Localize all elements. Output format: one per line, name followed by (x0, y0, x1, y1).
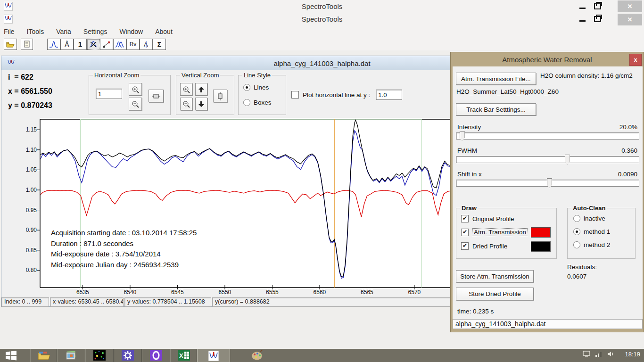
vertical-zoom-label: Vertical Zoom (180, 72, 220, 79)
x-tick-label: 6550 (215, 289, 235, 296)
hzoom-out-button[interactable] (129, 98, 142, 110)
pan-up-button[interactable] (195, 83, 207, 96)
horizontal-zoom-input[interactable] (96, 89, 122, 99)
open-file-button[interactable] (4, 39, 17, 50)
taskbar-clock[interactable]: 18:19 (625, 351, 640, 358)
fwhm-slider[interactable] (456, 156, 639, 163)
menu-varia[interactable]: Varia (56, 28, 71, 35)
menu-about[interactable]: About (155, 28, 173, 35)
dialog-title: Atmospheric Water Removal (502, 56, 592, 64)
line-style-boxes-radio[interactable]: Boxes (243, 99, 272, 106)
autoclean-inactive-radio[interactable]: inactive (573, 215, 605, 222)
start-button[interactable] (0, 349, 22, 362)
zoom-in-icon (132, 86, 139, 93)
equivalent-width-button[interactable]: A (140, 39, 153, 50)
hzoom-fit-button[interactable] (149, 90, 164, 102)
rv-icon: Rv (130, 41, 137, 48)
restore-button-2[interactable] (591, 13, 603, 25)
remove-telluric-button[interactable] (87, 39, 100, 50)
annotation-line-3: Mid-exposure date : 3.754/10/2014 (51, 249, 197, 260)
toolbar: Å 1 Rv A Σ (0, 38, 644, 51)
taskbar-settings-app-button[interactable] (114, 349, 142, 362)
taskbar-paint-button[interactable] (243, 349, 271, 362)
vzoom-out-button[interactable] (180, 98, 192, 110)
menu-bar: File ITools Varia Settings Window About (0, 25, 644, 38)
one-icon: 1 (78, 40, 82, 48)
fit-peak-button[interactable] (47, 39, 60, 50)
atm-color-swatch[interactable] (531, 227, 551, 238)
autoclean-inactive-label: inactive (584, 215, 605, 222)
restore-icon (594, 16, 601, 22)
vertical-zoom-group: Vertical Zoom (176, 75, 234, 115)
vzoom-in-button[interactable] (180, 83, 192, 96)
taskbar-planetarium-button[interactable] (85, 349, 114, 362)
star-chart-icon (93, 350, 106, 361)
minimize-button-2[interactable] (576, 13, 588, 25)
file-explorer-icon (37, 350, 50, 361)
menu-window[interactable]: Window (119, 28, 143, 35)
draw-group-label: Draw (460, 205, 478, 212)
line-style-lines-radio[interactable]: Lines (243, 84, 269, 91)
excel-icon: X (178, 350, 190, 361)
network-tray-icon[interactable] (595, 351, 603, 357)
hline-value-input[interactable] (376, 90, 402, 100)
cursor-x-readout: x = 6561.550 (8, 87, 52, 96)
hzoom-in-button[interactable] (129, 83, 142, 96)
dried-color-swatch[interactable] (531, 241, 551, 252)
close-button-2[interactable]: ✕ (618, 14, 642, 25)
close-icon: ✕ (627, 3, 633, 10)
x-tick-label: 6560 (309, 289, 330, 296)
volume-tray-icon[interactable] (607, 351, 616, 357)
draw-atm-checkbox[interactable]: ✔ (461, 229, 469, 236)
monitor-tray-icon[interactable] (583, 351, 590, 357)
double-peak-button[interactable] (113, 39, 126, 50)
menu-itools[interactable]: ITools (27, 28, 44, 35)
vzoom-fit-button[interactable] (213, 90, 227, 102)
report-button[interactable] (21, 39, 33, 50)
taskbar-photos-button[interactable] (57, 349, 85, 362)
line-style-group: Line Style Lines Boxes (238, 75, 286, 115)
y-tick-label: 0.85 (19, 247, 37, 254)
draw-dried-checkbox[interactable]: ✔ (461, 242, 469, 250)
menu-file[interactable]: File (4, 28, 15, 35)
taskbar-opera-button[interactable] (142, 349, 170, 362)
draw-original-row: ✔ Original Profile (461, 215, 514, 222)
angstrom-button[interactable]: Å (60, 39, 74, 50)
close-icon: ✕ (627, 16, 633, 23)
ew-marker-icon: A (142, 41, 150, 48)
dialog-close-button[interactable]: x (629, 54, 642, 66)
series-atm-transmission (40, 190, 451, 217)
hline-checkbox[interactable] (291, 91, 299, 99)
autoclean-method1-radio[interactable]: method 1 (573, 228, 610, 235)
store-atm-transmission-button[interactable]: Store Atm. Transmission (456, 270, 534, 282)
intensity-slider[interactable] (456, 132, 639, 140)
menu-settings[interactable]: Settings (83, 28, 107, 35)
intensity-label: Intensity (457, 123, 481, 131)
y-tick-label: 1.00 (19, 187, 37, 193)
draw-original-checkbox[interactable]: ✔ (461, 215, 469, 222)
close-icon: x (634, 57, 637, 63)
close-button[interactable]: ✕ (618, 0, 642, 12)
radial-velocity-button[interactable]: Rv (126, 39, 140, 50)
taskbar-excel-button[interactable]: X (170, 349, 197, 362)
draw-group: Draw ✔ Original Profile ✔ Atm. Transmiss… (456, 208, 557, 259)
slope-button[interactable] (100, 39, 113, 50)
trackbar-settings-button[interactable]: Track Bar Setttings... (456, 103, 536, 115)
taskbar-spectrotools-button[interactable] (197, 349, 230, 362)
restore-button[interactable] (591, 0, 603, 13)
intensity-value: 20.0% (570, 123, 637, 131)
normalize-button[interactable]: 1 (74, 39, 87, 50)
draw-atm-label: Atm. Transmission (472, 228, 528, 236)
autoclean-method2-radio[interactable]: method 2 (573, 241, 610, 248)
taskbar-explorer-button[interactable] (30, 349, 57, 362)
draw-original-label: Original Profile (472, 215, 514, 222)
store-dried-profile-button[interactable]: Store Dried Profile (456, 288, 534, 300)
restore-icon (594, 3, 601, 9)
atm-transmission-file-button[interactable]: Atm. Transmission File... (456, 73, 536, 85)
pan-down-button[interactable] (195, 98, 207, 110)
status-xvalues: x-values: 6530.45 .. 6580.45 (50, 297, 124, 307)
sum-button[interactable]: Σ (153, 39, 166, 50)
minimize-button[interactable] (576, 0, 588, 13)
radio-icon (243, 99, 250, 106)
dialog-titlebar[interactable]: Atmospheric Water Removal x (451, 52, 644, 66)
